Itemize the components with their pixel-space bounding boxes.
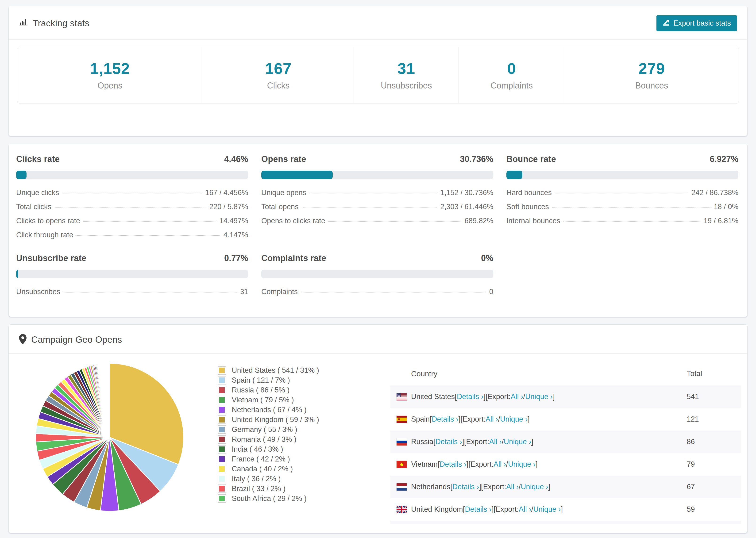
export-label: [Export:	[468, 460, 494, 468]
export-unique-link[interactable]: Unique ›	[521, 483, 548, 491]
export-all-link[interactable]: All ›	[486, 415, 498, 423]
table-rows: United States [Details ›] [Export: All ›…	[391, 385, 741, 524]
legend-item[interactable]: Brazil ( 33 / 2% )	[218, 484, 384, 494]
legend-label: Italy ( 36 / 2% )	[232, 475, 281, 483]
rate-percent: 0.77%	[224, 253, 248, 263]
legend-item[interactable]: Spain ( 121 / 7% )	[218, 375, 384, 385]
country-column-header: Country	[397, 369, 687, 378]
rate-title: Clicks rate	[16, 154, 60, 164]
details-link[interactable]: Details ›	[457, 393, 484, 401]
stat-value: 167	[265, 60, 292, 78]
tracking-stats-panel: Tracking stats Export basic stats 1,152O…	[9, 6, 747, 136]
rate-percent: 4.46%	[224, 154, 248, 164]
bracket: [	[438, 460, 440, 468]
metric-label: Unique opens	[261, 188, 306, 197]
metric-label: Internal bounces	[507, 217, 560, 225]
dotted-leader	[564, 221, 700, 222]
metric-label: Opens to clicks rate	[261, 217, 325, 225]
legend-item[interactable]: Canada ( 40 / 2% )	[218, 464, 384, 474]
page-title: Tracking stats	[33, 18, 89, 28]
legend-label: South Africa ( 29 / 2% )	[232, 494, 307, 503]
legend-item[interactable]: United States ( 541 / 31% )	[218, 365, 384, 375]
legend-item[interactable]: France ( 42 / 2% )	[218, 454, 384, 464]
geo-title: Campaign Geo Opens	[31, 335, 122, 345]
legend-item[interactable]: India ( 46 / 3% )	[218, 444, 384, 454]
export-all-link[interactable]: All ›	[519, 505, 531, 513]
export-unique-link[interactable]: Unique ›	[525, 393, 553, 401]
metric-label: Total clicks	[16, 202, 51, 211]
metric-value: 689.82%	[465, 217, 493, 225]
legend: United States ( 541 / 31% )Spain ( 121 /…	[211, 365, 384, 524]
details-link[interactable]: Details ›	[453, 483, 479, 491]
legend-item[interactable]: Netherlands ( 67 / 4% )	[218, 405, 384, 415]
bracket: [	[433, 438, 436, 446]
metric-value: 0	[489, 288, 493, 296]
export-basic-stats-button[interactable]: Export basic stats	[657, 15, 737, 31]
export-all-link[interactable]: All ›	[489, 438, 502, 446]
export-unique-link[interactable]: Unique ›	[504, 438, 531, 446]
metric-label: Complaints	[261, 288, 298, 296]
total-value: 67	[687, 483, 741, 491]
country-cell: Spain [Details ›] [Export: All › / Uniqu…	[411, 415, 687, 423]
export-label: [Export:	[460, 415, 486, 423]
slash: /	[531, 505, 533, 513]
progress-bar	[261, 270, 493, 278]
legend-swatch	[218, 415, 226, 424]
rate-title: Complaints rate	[261, 253, 326, 263]
flag-gb-icon	[397, 506, 407, 513]
export-unique-link[interactable]: Unique ›	[508, 460, 536, 468]
dotted-leader	[77, 235, 220, 236]
geo-chart-block: United States ( 541 / 31% )Spain ( 121 /…	[9, 362, 384, 524]
bracket: ]	[561, 505, 563, 513]
legend-swatch	[218, 465, 226, 473]
pie-chart	[9, 362, 211, 524]
stat-label: Bounces	[635, 81, 668, 91]
metric-value: 18 / 0%	[714, 202, 738, 211]
dotted-leader	[63, 193, 202, 193]
flag-nl-icon	[397, 483, 407, 491]
metric-rows: Unsubscribes31	[16, 288, 248, 301]
export-unique-link[interactable]: Unique ›	[533, 505, 561, 513]
metric-label: Unsubscribes	[16, 288, 60, 296]
legend-swatch	[218, 435, 226, 444]
export-unique-link[interactable]: Unique ›	[500, 415, 527, 423]
total-column-header: Total	[687, 369, 741, 378]
legend-item[interactable]: Germany ( 55 / 3% )	[218, 425, 384, 435]
legend-item[interactable]: Italy ( 36 / 2% )	[218, 474, 384, 484]
legend-label: United Kingdom ( 59 / 3% )	[232, 415, 319, 424]
metric-value: 242 / 86.738%	[691, 188, 738, 197]
legend-item[interactable]: Vietnam ( 79 / 5% )	[218, 395, 384, 405]
country-cell: United States [Details ›] [Export: All ›…	[411, 393, 687, 401]
table-row: United Kingdom [Details ›] [Export: All …	[391, 498, 741, 521]
rate-card-header: Complaints rate0%	[261, 253, 493, 263]
slash: /	[506, 460, 508, 468]
metric-row: Hard bounces242 / 86.738%	[507, 188, 738, 202]
legend-item[interactable]: United Kingdom ( 59 / 3% )	[218, 415, 384, 425]
details-link[interactable]: Details ›	[465, 505, 492, 513]
metric-label: Total opens	[261, 202, 298, 211]
details-link[interactable]: Details ›	[440, 460, 466, 468]
metric-rows: Complaints0	[261, 288, 493, 301]
bracket: [	[450, 483, 453, 491]
metric-row: Unique clicks167 / 4.456%	[16, 188, 248, 202]
bracket: ]	[466, 460, 469, 468]
legend-label: Brazil ( 33 / 2% )	[232, 484, 286, 493]
table-row: Spain [Details ›] [Export: All › / Uniqu…	[391, 408, 741, 430]
export-all-link[interactable]: All ›	[494, 460, 506, 468]
export-button-label: Export basic stats	[674, 19, 731, 27]
export-all-link[interactable]: All ›	[506, 483, 519, 491]
export-all-link[interactable]: All ›	[511, 393, 523, 401]
metric-row: Opens to clicks rate689.82%	[261, 217, 493, 231]
rate-percent: 6.927%	[710, 154, 738, 164]
legend-item[interactable]: Russia ( 86 / 5% )	[218, 385, 384, 395]
legend-item[interactable]: South Africa ( 29 / 2% )	[218, 494, 384, 504]
details-link[interactable]: Details ›	[432, 415, 459, 423]
legend-item[interactable]: Romania ( 49 / 3% )	[218, 435, 384, 444]
rate-card: Clicks rate4.46%Unique clicks167 / 4.456…	[16, 154, 248, 245]
flag-vn-icon	[397, 461, 407, 468]
details-link[interactable]: Details ›	[435, 438, 462, 446]
slash: /	[523, 393, 525, 401]
rate-card-header: Clicks rate4.46%	[16, 154, 248, 164]
legend-swatch	[218, 445, 226, 454]
bracket: ]	[553, 393, 555, 401]
